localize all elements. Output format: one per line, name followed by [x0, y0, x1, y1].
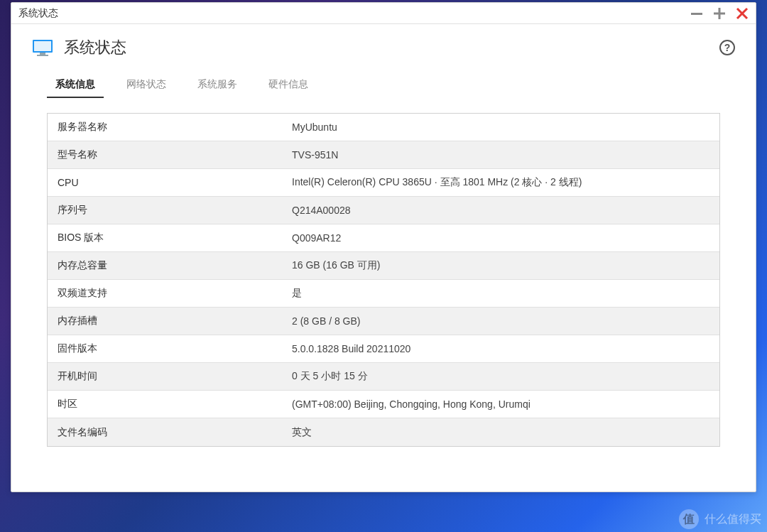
label-memory-total: 内存总容量 — [48, 252, 282, 279]
label-dual-channel: 双频道支持 — [48, 280, 282, 307]
value-memory-total: 16 GB (16 GB 可用) — [282, 252, 719, 279]
help-button[interactable]: ? — [719, 39, 736, 56]
table-row: BIOS 版本 Q009AR12 — [48, 224, 719, 252]
tab-network-status[interactable]: 网络状态 — [118, 72, 175, 98]
table-row: 开机时间 0 天 5 小时 15 分 — [48, 363, 719, 391]
svg-rect-6 — [34, 41, 51, 51]
tab-bar: 系统信息 网络状态 系统服务 硬件信息 — [11, 65, 756, 99]
svg-rect-8 — [37, 55, 48, 56]
table-row: 服务器名称 MyUbuntu — [48, 114, 719, 141]
watermark-text: 什么值得买 — [705, 512, 761, 527]
close-button[interactable] — [736, 7, 749, 20]
table-row: 时区 (GMT+08:00) Beijing, Chongqing, Hong … — [48, 391, 719, 418]
label-serial: 序列号 — [48, 197, 282, 224]
titlebar: 系统状态 — [11, 3, 756, 24]
table-row: CPU Intel(R) Celeron(R) CPU 3865U · 至高 1… — [48, 169, 719, 197]
system-status-window: 系统状态 — [11, 2, 756, 492]
value-memory-slots: 2 (8 GB / 8 GB) — [282, 308, 719, 334]
value-cpu: Intel(R) Celeron(R) CPU 3865U · 至高 1801 … — [282, 169, 719, 196]
minimize-button[interactable] — [690, 7, 703, 20]
table-row: 型号名称 TVS-951N — [48, 141, 719, 169]
svg-rect-7 — [40, 53, 45, 55]
table-row: 双频道支持 是 — [48, 280, 719, 308]
label-filename-encoding: 文件名编码 — [48, 419, 282, 446]
tab-system-services[interactable]: 系统服务 — [189, 72, 246, 98]
monitor-icon — [31, 39, 54, 56]
maximize-button[interactable] — [713, 7, 726, 20]
label-uptime: 开机时间 — [48, 363, 282, 390]
value-dual-channel: 是 — [282, 280, 719, 307]
value-firmware: 5.0.0.1828 Build 20211020 — [282, 336, 719, 362]
close-icon — [736, 7, 749, 20]
header: 系统状态 ? — [11, 24, 756, 65]
tab-hardware-info[interactable]: 硬件信息 — [260, 72, 317, 98]
value-server-name: MyUbuntu — [282, 114, 719, 140]
label-model-name: 型号名称 — [48, 141, 282, 168]
label-timezone: 时区 — [48, 391, 282, 418]
value-bios: Q009AR12 — [282, 225, 719, 251]
watermark-badge: 值 — [679, 509, 699, 529]
minimize-icon — [690, 7, 703, 20]
table-row: 内存总容量 16 GB (16 GB 可用) — [48, 252, 719, 280]
label-cpu: CPU — [48, 170, 282, 195]
table-row: 固件版本 5.0.0.1828 Build 20211020 — [48, 335, 719, 363]
watermark: 值 什么值得买 — [679, 509, 761, 529]
table-row: 序列号 Q214A00028 — [48, 197, 719, 224]
content-area: 服务器名称 MyUbuntu 型号名称 TVS-951N CPU Intel(R… — [11, 99, 756, 492]
system-info-table: 服务器名称 MyUbuntu 型号名称 TVS-951N CPU Intel(R… — [47, 113, 720, 447]
label-bios: BIOS 版本 — [48, 224, 282, 251]
value-filename-encoding: 英文 — [282, 419, 719, 446]
value-serial: Q214A00028 — [282, 197, 719, 223]
help-icon: ? — [719, 39, 736, 56]
table-row: 文件名编码 英文 — [48, 418, 719, 446]
page-title: 系统状态 — [64, 37, 709, 58]
tab-system-info[interactable]: 系统信息 — [47, 72, 104, 98]
svg-rect-0 — [691, 13, 702, 15]
table-row: 内存插槽 2 (8 GB / 8 GB) — [48, 308, 719, 335]
svg-text:?: ? — [724, 42, 731, 53]
svg-rect-2 — [719, 8, 721, 19]
label-memory-slots: 内存插槽 — [48, 308, 282, 335]
plus-icon — [713, 7, 726, 20]
value-timezone: (GMT+08:00) Beijing, Chongqing, Hong Kon… — [282, 391, 719, 417]
label-firmware: 固件版本 — [48, 335, 282, 362]
window-title: 系统状态 — [18, 7, 690, 20]
window-controls — [690, 7, 749, 20]
value-model-name: TVS-951N — [282, 142, 719, 168]
label-server-name: 服务器名称 — [48, 114, 282, 141]
value-uptime: 0 天 5 小时 15 分 — [282, 363, 719, 390]
